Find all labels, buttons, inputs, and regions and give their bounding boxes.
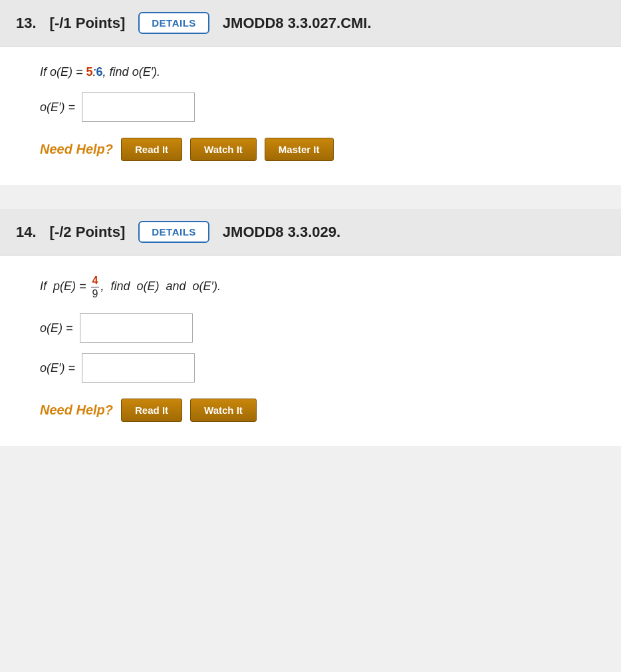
question-14: 14. [-/2 Points] DETAILS JMODD8 3.3.029.… [0,209,621,446]
need-help-label-13: Need Help? [40,142,113,157]
question-13-header: 13. [-/1 Points] DETAILS JMODD8 3.3.027.… [0,0,621,47]
problem-prefix-13: If [40,65,50,79]
question-14-points: [-/2 Points] [50,224,126,241]
input-label-14-1: o(E) = [40,321,73,335]
question-14-body: If p(E) = 49, find o(E) and o(E′). o(E) … [0,255,621,446]
question-13: 13. [-/1 Points] DETAILS JMODD8 3.3.027.… [0,0,621,185]
fraction-den-14: 9 [91,287,100,300]
suffix-13: , find o(E′). [103,65,160,79]
input-label-14-2: o(E′) = [40,361,75,375]
details-button-13[interactable]: DETAILS [138,12,209,34]
read-it-button-2[interactable]: Read It [121,399,182,422]
value-red-13: 5 [86,65,93,79]
oE-input[interactable] [80,313,193,343]
master-it-button-1[interactable]: Master It [265,138,334,161]
oE-prime-input-2[interactable] [82,353,195,383]
problem-prefix-14: If p(E) = [40,279,90,293]
value-blue-13: 6 [96,65,103,79]
question-13-points: [-/1 Points] [50,15,126,32]
need-help-row-13: Need Help? Read It Watch It Master It [40,138,581,161]
read-it-button-1[interactable]: Read It [121,138,182,161]
need-help-label-14: Need Help? [40,403,113,418]
details-button-14[interactable]: DETAILS [138,221,209,243]
input-row-14-1: o(E) = [40,313,581,343]
watch-it-button-1[interactable]: Watch It [190,138,257,161]
problem-text-14: If p(E) = 49, find o(E) and o(E′). [40,274,581,300]
input-label-13-1: o(E′) = [40,100,75,114]
suffix-14: , find o(E) and o(E′). [100,279,221,293]
question-13-number: 13. [16,15,37,32]
input-row-14-2: o(E′) = [40,353,581,383]
watch-it-button-2[interactable]: Watch It [190,399,257,422]
need-help-row-14: Need Help? Read It Watch It [40,399,581,422]
problem-variable-13: o(E) = [50,65,86,79]
input-row-13-1: o(E′) = [40,92,581,122]
question-14-code: JMODD8 3.3.029. [223,224,340,241]
question-13-code: JMODD8 3.3.027.CMI. [223,15,372,32]
oE-prime-input[interactable] [82,92,195,122]
fraction-num-14: 4 [91,274,100,287]
problem-text-13: If o(E) = 5:6, find o(E′). [40,65,581,79]
question-14-number: 14. [16,224,37,241]
question-13-body: If o(E) = 5:6, find o(E′). o(E′) = Need … [0,47,621,185]
spacer-between [0,197,621,209]
question-14-header: 14. [-/2 Points] DETAILS JMODD8 3.3.029. [0,209,621,255]
fraction-14: 49 [91,274,100,300]
